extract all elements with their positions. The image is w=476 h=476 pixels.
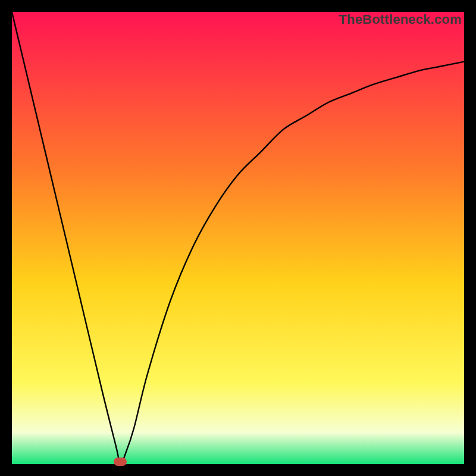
bottleneck-marker [114, 458, 127, 466]
bottleneck-curve [12, 12, 464, 464]
watermark-text: TheBottleneck.com [339, 12, 462, 27]
chart-frame: TheBottleneck.com [12, 12, 464, 464]
plot-area: TheBottleneck.com [12, 12, 464, 464]
